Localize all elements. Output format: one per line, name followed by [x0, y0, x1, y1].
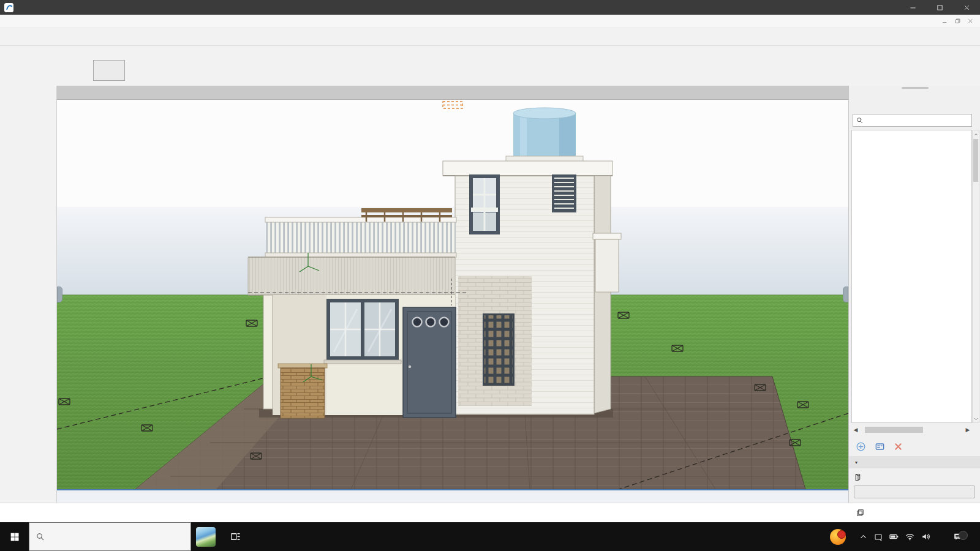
wifi-icon[interactable]	[905, 531, 915, 542]
tree-horizontal-scrollbar[interactable]: ◀ ▶	[851, 425, 972, 434]
panel-grip[interactable]	[902, 87, 929, 89]
search-icon	[856, 116, 864, 124]
tray-expand-icon[interactable]	[859, 532, 868, 541]
search-highlights-button[interactable]	[191, 522, 221, 551]
graphisoft-id-strip[interactable]	[848, 503, 980, 522]
new-viewpoint-icon[interactable]	[855, 441, 867, 452]
settings-button[interactable]	[854, 485, 975, 498]
title-bar	[0, 0, 980, 15]
notification-badge	[959, 531, 968, 540]
system-tray	[827, 522, 980, 551]
arrow-tool-flyout[interactable]	[93, 60, 125, 81]
document-window-controls	[941, 18, 980, 24]
action-center-button[interactable]	[947, 531, 968, 542]
archicad-window: ◀ ▶ ▾	[0, 0, 980, 551]
sub-toolbar	[0, 58, 980, 86]
search-input[interactable]	[866, 117, 969, 124]
archicad-logo-icon	[4, 3, 13, 12]
main-toolbar-row	[0, 46, 980, 58]
windows-taskbar	[0, 522, 980, 551]
hscroll-thumb[interactable]	[865, 427, 923, 433]
model-render	[57, 100, 848, 489]
navigator-panel: ◀ ▶ ▾	[848, 86, 980, 503]
viewport-edge-handle-right[interactable]	[843, 287, 848, 302]
3d-viewport[interactable]	[57, 100, 848, 489]
viewport-edge-handle-left[interactable]	[57, 287, 62, 302]
volume-icon[interactable]	[921, 531, 931, 542]
task-view-icon	[230, 531, 241, 542]
taskbar-search-input[interactable]	[50, 532, 184, 541]
current-viewpoint-row	[853, 471, 976, 483]
tab-bar	[57, 86, 848, 100]
weather-widget[interactable]	[827, 529, 853, 545]
scroll-down-icon[interactable]	[973, 415, 979, 422]
menu-bar	[0, 15, 980, 28]
windows-logo-icon	[9, 531, 20, 542]
project-map-tree	[851, 130, 972, 423]
graphisoft-windows-icon	[856, 508, 865, 517]
landscape-art-icon	[196, 527, 216, 547]
collapse-triangle-icon: ▾	[855, 460, 858, 465]
weather-badge	[837, 530, 846, 539]
close-button[interactable]	[953, 0, 980, 15]
viewpoint-settings-icon[interactable]	[874, 441, 886, 452]
start-button[interactable]	[0, 522, 29, 551]
scroll-left-icon[interactable]: ◀	[851, 427, 860, 433]
properties-header[interactable]: ▾	[849, 456, 980, 468]
quick-options-bar	[57, 489, 848, 503]
doc-minimize-icon[interactable]	[941, 18, 948, 24]
delete-icon[interactable]	[893, 441, 903, 452]
project-map-search[interactable]	[853, 114, 972, 127]
3d-view-icon	[853, 473, 862, 482]
taskbar-search[interactable]	[29, 522, 191, 551]
status-bar	[0, 503, 848, 522]
scroll-up-icon[interactable]	[973, 130, 979, 138]
maximize-button[interactable]	[926, 0, 953, 15]
connect-device-icon[interactable]	[873, 532, 883, 542]
search-icon	[36, 532, 45, 541]
task-view-button[interactable]	[221, 522, 250, 551]
standard-toolbar	[0, 28, 980, 46]
scroll-thumb[interactable]	[973, 139, 978, 182]
toolbox	[0, 86, 57, 503]
minimize-button[interactable]	[899, 0, 926, 15]
doc-restore-icon[interactable]	[954, 18, 961, 24]
doc-close-icon[interactable]	[967, 18, 974, 24]
battery-icon[interactable]	[889, 531, 899, 542]
tree-vertical-scrollbar[interactable]	[972, 130, 979, 423]
scroll-right-icon[interactable]: ▶	[963, 427, 972, 433]
